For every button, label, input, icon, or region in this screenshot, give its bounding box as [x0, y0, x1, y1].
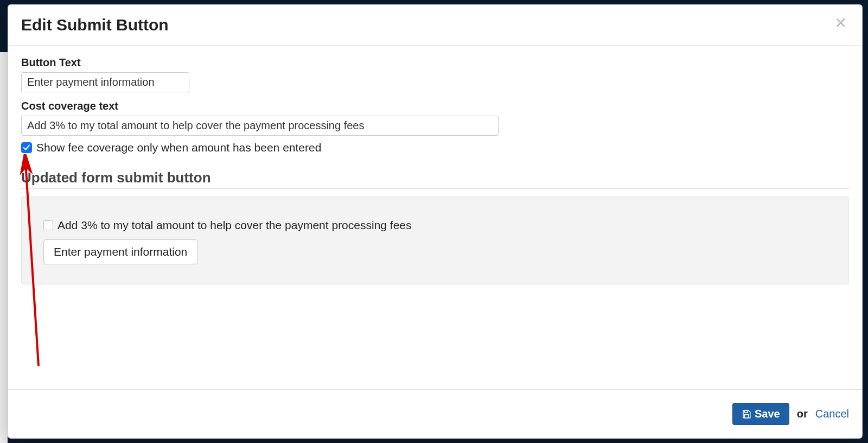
save-button[interactable]: Save: [732, 403, 789, 425]
show-fee-coverage-row: Show fee coverage only when amount has b…: [21, 141, 849, 154]
button-text-label: Button Text: [21, 56, 849, 69]
modal-body: Button Text Cost coverage text Show fee …: [8, 46, 862, 389]
close-icon: ✕: [834, 15, 847, 31]
background-page-fragment: [0, 52, 8, 443]
button-text-input[interactable]: [21, 72, 189, 92]
svg-rect-1: [744, 410, 748, 413]
close-button[interactable]: ✕: [832, 16, 849, 31]
save-icon: [742, 409, 751, 419]
save-button-label: Save: [755, 408, 780, 420]
preview-fee-checkbox-label: Add 3% to my total amount to help cover …: [58, 219, 412, 232]
modal-title: Edit Submit Button: [21, 16, 169, 34]
cost-coverage-text-input[interactable]: [21, 116, 499, 136]
svg-rect-2: [744, 414, 749, 417]
check-icon: [23, 144, 30, 151]
preview-box: Add 3% to my total amount to help cover …: [21, 197, 849, 284]
modal-header: Edit Submit Button ✕: [8, 5, 862, 46]
cancel-link[interactable]: Cancel: [815, 408, 849, 420]
preview-fee-checkbox[interactable]: [43, 220, 53, 230]
preview-submit-button[interactable]: Enter payment information: [43, 239, 197, 264]
cost-coverage-text-label: Cost coverage text: [21, 100, 849, 112]
preview-checkbox-row: Add 3% to my total amount to help cover …: [43, 219, 827, 232]
or-separator: or: [797, 408, 808, 420]
show-fee-coverage-checkbox[interactable]: [21, 142, 32, 153]
preview-heading: Updated form submit button: [21, 169, 849, 189]
modal-footer: Save or Cancel: [8, 389, 862, 438]
edit-submit-button-modal: Edit Submit Button ✕ Button Text Cost co…: [8, 4, 863, 439]
show-fee-coverage-label: Show fee coverage only when amount has b…: [36, 141, 321, 154]
